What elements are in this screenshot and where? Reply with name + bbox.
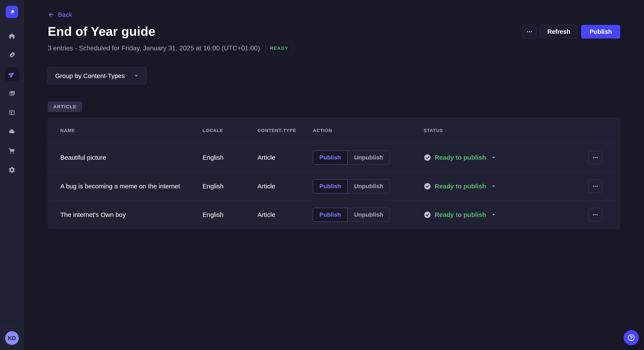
ellipsis-icon (592, 155, 598, 161)
entry-locale: English (202, 183, 258, 190)
chevron-down-icon (491, 212, 496, 217)
column-header-name: NAME (60, 128, 202, 133)
group-by-select[interactable]: Group by Content-Types (48, 67, 146, 84)
back-label: Back (58, 11, 72, 18)
avatar-initials: KD (8, 335, 16, 342)
status-label: Ready to publish (435, 154, 486, 161)
row-more-button[interactable] (588, 208, 602, 221)
chevron-down-icon (491, 184, 496, 189)
entry-content-type: Article (258, 154, 313, 161)
main-content: Back End of Year guide Refresh Publish 3… (24, 0, 644, 350)
release-subtitle: 3 entries - Scheduled for Friday, Januar… (48, 44, 260, 52)
sidebar: KD (0, 0, 24, 350)
home-icon (8, 32, 16, 39)
ellipsis-icon (592, 212, 598, 218)
status-label: Ready to publish (435, 183, 486, 190)
row-unpublish-button[interactable]: Unpublish (348, 179, 390, 193)
strapi-logo-icon (8, 8, 16, 15)
entry-locale: English (202, 211, 258, 218)
sidebar-item-home[interactable] (5, 29, 19, 43)
sidebar-item-cloud[interactable] (5, 125, 19, 138)
entry-locale: English (202, 154, 258, 161)
action-toggle: Publish Unpublish (313, 208, 390, 222)
sidebar-item-media-library[interactable] (5, 87, 19, 100)
subtitle-row: 3 entries - Scheduled for Friday, Januar… (48, 42, 620, 54)
table-row: Beautiful picture English Article Publis… (48, 143, 620, 172)
chevron-down-icon (491, 155, 496, 160)
help-button[interactable] (624, 330, 639, 345)
arrow-left-icon (48, 11, 54, 18)
entry-content-type: Article (258, 211, 313, 218)
row-publish-button[interactable]: Publish (313, 208, 348, 222)
action-toggle: Publish Unpublish (313, 151, 390, 165)
cart-icon (8, 147, 16, 154)
sidebar-item-releases[interactable] (5, 67, 19, 81)
row-more-button[interactable] (588, 151, 602, 164)
status-badge: READY (265, 42, 293, 54)
entries-table: NAME LOCALE CONTENT-TYPE ACTION STATUS B… (48, 118, 620, 229)
table-row: The internet's Own boy English Article P… (48, 200, 620, 229)
sidebar-item-settings[interactable] (5, 163, 19, 177)
row-more-button[interactable] (588, 180, 602, 193)
cloud-icon (8, 128, 16, 135)
check-circle-icon (424, 211, 431, 219)
page-title: End of Year guide (48, 24, 156, 39)
entry-name: The internet's Own boy (60, 211, 202, 218)
layout-icon (8, 109, 16, 116)
sidebar-item-content-type-builder[interactable] (5, 106, 19, 119)
action-toggle: Publish Unpublish (313, 179, 390, 193)
table-row: A bug is becoming a meme on the internet… (48, 172, 620, 200)
status-label: Ready to publish (435, 211, 486, 218)
header-more-button[interactable] (522, 25, 536, 38)
gear-icon (8, 166, 16, 174)
feather-icon (8, 51, 16, 59)
refresh-button[interactable]: Refresh (540, 25, 578, 38)
row-publish-button[interactable]: Publish (313, 179, 348, 193)
publish-button[interactable]: Publish (581, 25, 620, 38)
entry-status[interactable]: Ready to publish (424, 154, 496, 161)
row-unpublish-button[interactable]: Unpublish (348, 151, 390, 165)
logo-container (0, 0, 24, 24)
column-header-content-type: CONTENT-TYPE (258, 128, 313, 133)
paper-plane-icon (8, 71, 16, 78)
column-header-locale: LOCALE (202, 128, 258, 133)
header-actions: Refresh Publish (522, 25, 620, 38)
row-unpublish-button[interactable]: Unpublish (348, 208, 390, 222)
ellipsis-icon (592, 183, 598, 189)
group-by-label: Group by Content-Types (55, 72, 125, 80)
row-publish-button[interactable]: Publish (313, 151, 348, 165)
question-mark-icon (627, 334, 636, 342)
sidebar-item-content-manager[interactable] (5, 48, 19, 62)
header-row: End of Year guide Refresh Publish (48, 24, 620, 39)
ellipsis-icon (526, 28, 532, 35)
column-header-status: STATUS (424, 128, 574, 133)
check-circle-icon (424, 182, 431, 190)
column-header-action: ACTION (313, 128, 424, 133)
sidebar-item-marketplace[interactable] (5, 144, 19, 158)
chevron-down-icon (134, 73, 139, 78)
back-link[interactable]: Back (48, 11, 72, 18)
media-library-icon (8, 90, 16, 97)
entry-name: A bug is becoming a meme on the internet (60, 183, 202, 190)
avatar[interactable]: KD (5, 331, 19, 345)
sidebar-nav (5, 24, 19, 177)
entry-status[interactable]: Ready to publish (424, 211, 496, 219)
table-header: NAME LOCALE CONTENT-TYPE ACTION STATUS (48, 118, 620, 143)
content-type-group-badge: ARTICLE (48, 101, 82, 112)
entry-status[interactable]: Ready to publish (424, 182, 496, 190)
sidebar-footer: KD (0, 326, 24, 350)
strapi-logo[interactable] (6, 6, 18, 18)
check-circle-icon (424, 154, 431, 161)
entry-content-type: Article (258, 183, 313, 190)
entry-name: Beautiful picture (60, 154, 202, 161)
